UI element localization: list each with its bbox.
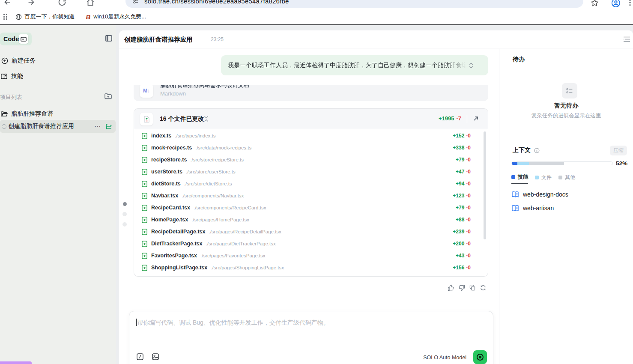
url-bar[interactable]: solo.trae.cn/session/69e8e2eaa95e54a7fa8…	[125, 0, 583, 8]
sidebar-project-item[interactable]: 脂肪肝推荐食谱	[1, 109, 53, 119]
task-tree-icon[interactable]	[105, 123, 112, 130]
bookmark-star-icon[interactable]	[591, 0, 599, 7]
scroll-dot-active[interactable]	[123, 202, 127, 206]
context-percent: 52%	[616, 160, 627, 167]
file-path: ./src/pages/ShoppingListPage.tsx	[211, 265, 284, 270]
skill-item-web-artisan[interactable]: web-artisan	[511, 205, 554, 212]
bookmark-baidu[interactable]: 百度一下，你就知道	[15, 13, 75, 21]
changed-file-row[interactable]: RecipeCard.tsx ./src/components/RecipeCa…	[134, 202, 488, 214]
legend-label: 技能	[518, 173, 528, 181]
site-settings-icon[interactable]	[132, 0, 138, 4]
changed-file-row[interactable]: recipeStore.ts ./src/store/recipeStore.t…	[134, 154, 488, 166]
file-diff-stats: +123-0	[453, 193, 471, 199]
legend-tab-files[interactable]: 文件	[535, 173, 552, 184]
info-icon[interactable]	[534, 148, 540, 153]
changed-file-row[interactable]: dietStore.ts ./src/store/dietStore.ts +9…	[134, 178, 488, 190]
legend-tab-others[interactable]: 其他	[558, 173, 575, 184]
file-diff-stats: +152-0	[453, 133, 471, 139]
code-mode-button[interactable]	[19, 34, 28, 44]
thumbs-up-icon[interactable]	[448, 284, 454, 291]
forward-icon[interactable]	[27, 0, 36, 7]
model-selector[interactable]: SOLO Auto Model	[423, 355, 466, 361]
home-icon[interactable]	[86, 0, 95, 7]
changed-file-row[interactable]: mock-recipes.ts ./src/data/mock-recipes.…	[134, 142, 488, 154]
thumbs-down-icon[interactable]	[458, 284, 465, 291]
file-added-icon	[142, 157, 147, 163]
changed-files-list: index.ts ./src/types/index.ts +152-0 moc…	[134, 130, 488, 275]
folder-open-icon	[1, 111, 8, 117]
collapse-sidebar-icon[interactable]	[105, 35, 112, 42]
chat-time: 23:25	[211, 36, 224, 42]
skill-item-web-design-docs[interactable]: web-design-docs	[511, 191, 568, 198]
expand-message-icon[interactable]	[469, 62, 474, 69]
new-project-folder-icon[interactable]	[105, 93, 112, 99]
file-name: ShoppingListPage.tsx	[151, 265, 207, 271]
panel-toggle-icon[interactable]	[623, 36, 630, 42]
skill-book-icon	[511, 205, 519, 212]
sidebar-item-new-task[interactable]: 新建任务	[1, 56, 36, 66]
file-diff-stats: +43-0	[456, 253, 471, 259]
legend-swatch	[535, 176, 539, 179]
sidebar-item-skills[interactable]: 技能	[0, 72, 23, 81]
files-changed-title: 16 个文件已更改	[160, 115, 204, 123]
file-name: mock-recipes.ts	[151, 145, 192, 151]
changed-file-row[interactable]: RecipeDetailPage.tsx ./src/pages/RecipeD…	[134, 226, 488, 238]
changed-file-row[interactable]: index.ts ./src/types/index.ts +152-0	[134, 130, 488, 142]
divider	[467, 115, 467, 123]
changed-file-row[interactable]: Navbar.tsx ./src/components/Navbar.tsx +…	[134, 190, 488, 202]
message-actions	[448, 284, 487, 291]
file-path: ./src/store/dietStore.ts	[184, 181, 232, 186]
sidebar-session-item-active[interactable]: 创建脂肪肝食谱推荐应用 ⋯	[0, 120, 116, 133]
session-more-icon[interactable]: ⋯	[94, 122, 101, 130]
diff-totals: +1995-7	[439, 115, 461, 122]
reload-icon[interactable]	[57, 0, 67, 7]
user-message-text: 我是一个职场工作人员，最近体检得了中度脂肪肝，为了自己健康，想创建一个脂肪肝食谱…	[228, 62, 466, 69]
globe-icon	[15, 14, 22, 20]
stop-generation-button[interactable]	[473, 350, 487, 364]
changed-file-row[interactable]: ShoppingListPage.tsx ./src/pages/Shoppin…	[134, 262, 488, 274]
projects-heading: 项目列表	[0, 93, 22, 101]
copy-icon[interactable]	[469, 284, 476, 291]
file-list-scrollbar[interactable]	[484, 131, 486, 239]
screen: solo.trae.cn/session/69e8e2eaa95e54a7fa8…	[0, 0, 633, 364]
markdown-artifact-card[interactable]: M↓ 脂肪肝食谱推荐网站需求与设计文档 Markdown	[134, 85, 488, 101]
changed-file-row[interactable]: DietTrackerPage.tsx ./src/pages/DietTrac…	[134, 238, 488, 250]
session-name: 创建脂肪肝食谱推荐应用	[8, 122, 74, 130]
apps-grid-icon[interactable]	[3, 14, 7, 20]
checklist-icon	[565, 87, 574, 95]
legend-tab-skills[interactable]: 技能	[511, 173, 528, 184]
context-bar-segment	[517, 162, 529, 165]
url-text[interactable]: solo.trae.cn/session/69e8e2eaa95e54a7fa8…	[144, 0, 289, 5]
file-name: RecipeDetailPage.tsx	[151, 229, 205, 235]
todo-empty-description: 复杂任务的进展会显示在这里	[499, 112, 633, 119]
file-name: DietTrackerPage.tsx	[151, 241, 203, 247]
file-path: ./src/store/recipeStore.ts	[190, 157, 244, 162]
files-card-header[interactable]: 16 个文件已更改 +1995-7	[134, 109, 488, 129]
back-icon[interactable]	[3, 0, 12, 7]
compress-context-button[interactable]: 压缩	[610, 146, 627, 155]
scroll-dot[interactable]	[122, 222, 127, 227]
composer-placeholder[interactable]: 帮你编写代码、调试 Bug、优化性能等开发工作，交付生产级代码产物。	[137, 319, 329, 327]
file-name: Navbar.tsx	[151, 193, 178, 199]
attach-image-icon[interactable]	[152, 353, 159, 360]
composer[interactable]: 帮你编写代码、调试 Bug、优化性能等开发工作，交付生产级代码产物。 SOLO …	[129, 311, 493, 364]
profile-avatar-icon[interactable]	[611, 0, 621, 8]
browser-menu-icon[interactable]	[626, 0, 633, 6]
file-added-icon	[142, 241, 147, 247]
skill-name: web-artisan	[523, 205, 554, 212]
file-added-icon	[142, 253, 147, 259]
regenerate-icon[interactable]	[480, 284, 487, 291]
scroll-dot[interactable]	[122, 212, 127, 216]
mode-switch-code[interactable]: Code	[0, 33, 32, 45]
open-diff-arrow-icon[interactable]	[472, 115, 479, 122]
bookmark-win10[interactable]: B win10最新永久免费...	[86, 13, 146, 21]
slash-command-icon[interactable]	[137, 353, 143, 360]
changed-file-row[interactable]: HomePage.tsx ./src/pages/HomePage.tsx +8…	[134, 214, 488, 226]
left-sidebar: Code 新建任务 技能 项目列表	[0, 25, 116, 364]
changed-file-row[interactable]: userStore.ts ./src/store/userStore.ts +4…	[134, 166, 488, 178]
project-name: 脂肪肝推荐食谱	[11, 110, 53, 118]
bookmarks-bar: 百度一下，你就知道 B win10最新永久免费...	[0, 9, 633, 24]
context-title: 上下文	[513, 146, 531, 154]
collapse-list-icon[interactable]	[203, 116, 209, 122]
changed-file-row[interactable]: FavoritesPage.tsx ./src/pages/FavoritesP…	[134, 250, 488, 262]
